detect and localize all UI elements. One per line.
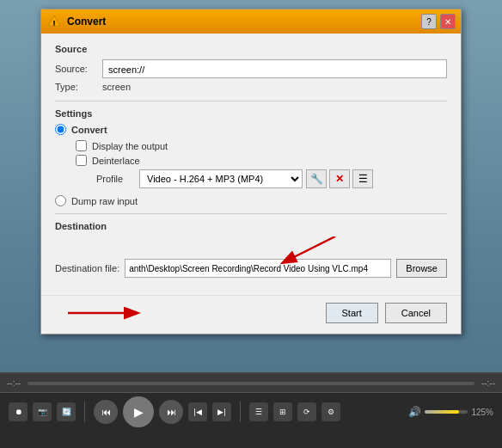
vlc-icon [46,14,62,29]
type-row: Type: screen [55,82,447,92]
profile-wrench-btn[interactable]: 🔧 [306,169,327,188]
settings-section: Settings Convert Display the output Dein… [55,108,447,206]
cancel-button[interactable]: Cancel [385,303,447,323]
dialog-body: Source Source: screen:// Type: screen Se… [41,34,461,295]
profile-delete-btn[interactable]: ✕ [329,169,350,188]
type-value: screen [102,82,131,92]
diag-arrow-svg [275,236,344,267]
vlc-next-btn[interactable]: ⏭ [159,400,183,424]
dump-label: Dump raw input [71,196,138,206]
profile-buttons: 🔧 ✕ ☰ [306,169,373,188]
vlc-time-right: --:-- [481,378,495,388]
convert-dialog: Convert ? ✕ Source Source: screen:// Typ… [40,9,462,334]
destination-file-input[interactable] [125,259,391,278]
deinterlace-checkbox[interactable] [76,155,87,166]
source-section: Source Source: screen:// Type: screen [55,44,447,92]
source-section-label: Source [55,44,447,54]
vlc-prev-btn[interactable]: ⏮ [94,400,118,424]
convert-radio[interactable] [55,124,66,135]
dump-radio[interactable] [55,195,66,206]
deinterlace-label: Deinterlace [92,156,140,166]
vlc-loop-btn[interactable]: 🔄 [57,402,76,421]
dialog-footer: Start Cancel [41,295,461,334]
profile-label: Profile [96,174,139,184]
vlc-volume-fill [425,410,459,414]
destination-file-row: Destination file: Browse [55,259,447,278]
vlc-progress-track[interactable] [28,382,474,385]
vlc-volume-bar[interactable] [425,410,468,414]
footer-arrow [64,303,150,323]
settings-label: Settings [55,108,447,119]
vlc-record-btn[interactable]: ⏺ [9,402,28,421]
svg-point-2 [53,24,55,26]
destination-section: Destination Destination file: [55,221,447,278]
vlc-effects-btn[interactable]: ⟳ [297,402,316,421]
destination-file-label: Destination file: [55,263,119,273]
dialog-titlebar[interactable]: Convert ? ✕ [41,9,461,34]
help-button[interactable]: ? [421,14,437,29]
vlc-media-btn[interactable]: ⊞ [273,402,292,421]
arrow-area [55,236,447,254]
type-label: Type: [55,82,102,92]
deinterlace-row: Deinterlace [76,155,447,166]
diagonal-arrow [275,236,344,267]
profile-select[interactable]: Video - H.264 + MP3 (MP4) Video - H.265 … [139,169,303,188]
vlc-skip-prev-btn[interactable]: |◀ [188,402,207,421]
vlc-progress-bar: --:-- --:-- [0,374,502,393]
vlc-extra-btn[interactable]: ⚙ [321,402,340,421]
separator-2 [55,213,447,214]
convert-radio-row: Convert [55,124,447,135]
dump-radio-row: Dump raw input [55,195,447,206]
source-label: Source: [55,64,102,74]
start-button[interactable]: Start [326,303,378,323]
display-output-checkbox[interactable] [76,140,87,151]
footer-arrow-svg [64,304,150,322]
profile-row: Profile Video - H.264 + MP3 (MP4) Video … [96,169,447,188]
svg-rect-1 [53,21,55,24]
dialog-title: Convert [67,15,421,28]
source-input[interactable]: screen:// [102,59,447,78]
display-output-row: Display the output [76,140,447,151]
display-output-label: Display the output [92,141,168,151]
close-button[interactable]: ✕ [440,14,456,29]
source-row: Source: screen:// [55,59,447,78]
vlc-volume-pct: 125% [471,408,493,417]
vlc-taskbar: --:-- --:-- ⏺ 📷 🔄 ⏮ ▶ ⏭ |◀ ▶| ☰ ⊞ ⟳ ⚙ 🔊 … [0,372,502,448]
titlebar-buttons: ? ✕ [421,14,456,29]
profile-list-btn[interactable]: ☰ [352,169,373,188]
vlc-play-btn[interactable]: ▶ [123,396,154,427]
convert-radio-label: Convert [71,125,107,135]
destination-label: Destination [55,221,447,231]
svg-line-4 [284,236,335,262]
separator-1 [55,101,447,101]
vlc-snapshot-btn[interactable]: 📷 [33,402,52,421]
convert-options: Display the output Deinterlace Profile V… [76,140,447,188]
vlc-playlist-btn[interactable]: ☰ [249,402,268,421]
browse-button[interactable]: Browse [396,259,447,278]
vlc-time-left: --:-- [7,378,21,388]
vlc-skip-next-btn[interactable]: ▶| [212,402,231,421]
